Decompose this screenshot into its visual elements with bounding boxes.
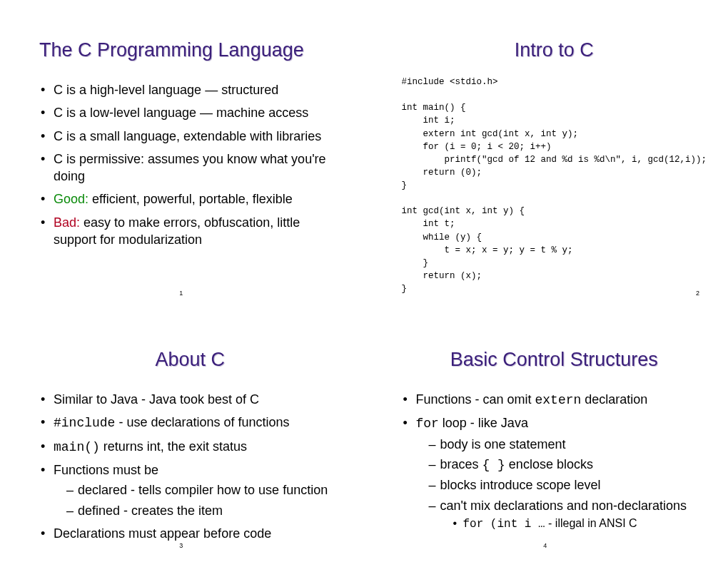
sub-item: declared - tells compiler how to use fun…: [66, 481, 340, 499]
bullet-item: #include - use declarations of functions: [39, 414, 340, 431]
bullet-text: declaration: [581, 392, 647, 407]
bullet-text: returns int, the exit status: [100, 439, 247, 454]
good-text: efficient, powerful, portable, flexible: [89, 192, 293, 206]
bullet-item: C is permissive: assumes you know what y…: [39, 150, 340, 185]
code-inline: extern: [535, 393, 581, 407]
bullet-list: C is a high-level language — structured …: [39, 81, 340, 248]
slide-title: Basic Control Structures: [401, 349, 707, 371]
subsub-text: - illegal in ANSI C: [545, 517, 637, 529]
bullet-item: C is a low-level language — machine acce…: [39, 104, 340, 121]
page-number: 2: [696, 290, 699, 297]
code-inline: for (int i …: [462, 518, 545, 531]
bullet-text: - use declarations of functions: [115, 415, 289, 429]
sub-text: can't mix declarations and non-declarati…: [440, 499, 687, 513]
bullet-item: Functions must be declared - tells compi…: [39, 461, 340, 519]
sub-item: body is one statement: [428, 436, 707, 453]
bullet-item-bad: Bad: easy to make errors, obfuscation, l…: [39, 214, 340, 249]
slide-title: About C: [39, 349, 340, 371]
sub-item: defined - creates the item: [66, 502, 340, 519]
slide-4: Basic Control Structures Functions - can…: [362, 310, 728, 562]
page-number: 3: [179, 542, 183, 549]
bullet-item: Declarations must appear before code: [39, 525, 340, 542]
slide-1: The C Programming Language C is a high-l…: [0, 0, 362, 310]
slide-2: Intro to C #include <stdio.h> int main()…: [362, 0, 728, 310]
sub-item: can't mix declarations and non-declarati…: [428, 497, 707, 533]
bullet-item: C is a small language, extendable with l…: [39, 128, 340, 145]
good-label: Good:: [54, 192, 89, 206]
page-number: 4: [543, 542, 547, 549]
code-inline: main(): [54, 440, 100, 454]
bad-label: Bad:: [54, 215, 80, 230]
code-block: #include <stdio.h> int main() { int i; e…: [401, 76, 707, 295]
page-number: 1: [179, 290, 183, 297]
code-inline: { }: [482, 458, 505, 472]
sub-item: braces { } enclose blocks: [428, 456, 707, 474]
sub-list: body is one statement braces { } enclose…: [428, 436, 707, 533]
bullet-list: Similar to Java - Java took best of C #i…: [39, 391, 340, 542]
slide-title: The C Programming Language: [39, 39, 340, 61]
bad-text: easy to make errors, obfuscation, little…: [54, 215, 300, 247]
bullet-text: Functions must be: [54, 463, 158, 477]
code-inline: #include: [54, 416, 115, 430]
bullet-text: Functions - can omit: [415, 392, 535, 407]
slide-handout: The C Programming Language C is a high-l…: [0, 0, 728, 562]
sub-item: blocks introduce scope level: [428, 476, 707, 494]
bullet-item-good: Good: efficient, powerful, portable, fle…: [39, 190, 340, 208]
sub-list: declared - tells compiler how to use fun…: [66, 481, 340, 519]
sub-text: enclose blocks: [505, 457, 593, 471]
bullet-item: for loop - like Java body is one stateme…: [401, 414, 707, 532]
code-inline: for: [415, 417, 438, 431]
subsub-list: for (int i … - illegal in ANSI C: [453, 516, 707, 533]
bullet-text: loop - like Java: [439, 416, 528, 430]
bullet-item: Similar to Java - Java took best of C: [39, 391, 340, 408]
bullet-item: main() returns int, the exit status: [39, 438, 340, 456]
bullet-list: Functions - can omit extern declaration …: [401, 391, 707, 532]
bullet-item: Functions - can omit extern declaration: [401, 391, 707, 409]
sub-text: braces: [440, 457, 482, 471]
subsub-item: for (int i … - illegal in ANSI C: [453, 516, 707, 533]
slide-3: About C Similar to Java - Java took best…: [0, 310, 362, 562]
slide-title: Intro to C: [401, 39, 707, 61]
bullet-item: C is a high-level language — structured: [39, 81, 340, 98]
